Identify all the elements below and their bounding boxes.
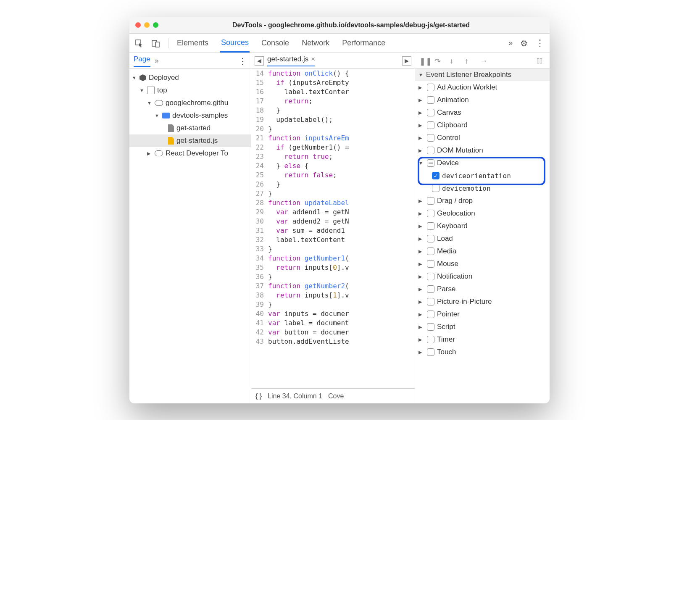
tab-performance[interactable]: Performance	[341, 34, 386, 52]
checkbox[interactable]	[427, 247, 434, 255]
breakpoint-category[interactable]: ▶Animation	[415, 94, 550, 106]
gutter-line[interactable]: 33	[251, 245, 268, 254]
gutter-line[interactable]: 23	[251, 152, 268, 161]
gutter-line[interactable]: 34	[251, 254, 268, 263]
step-icon[interactable]: →	[480, 57, 488, 65]
gutter-line[interactable]: 42	[251, 328, 268, 337]
format-icon[interactable]: { }	[255, 392, 262, 400]
deactivate-breakpoints-icon[interactable]: ✎⃥	[537, 57, 545, 65]
checkbox[interactable]	[427, 147, 434, 154]
checkbox[interactable]	[427, 134, 434, 142]
inspect-icon[interactable]	[134, 39, 144, 48]
checkbox[interactable]	[427, 159, 434, 167]
breakpoint-category[interactable]: ▶Timer	[415, 333, 550, 346]
checkbox[interactable]	[427, 210, 434, 217]
gutter-line[interactable]: 21	[251, 134, 268, 143]
settings-icon[interactable]: ⚙	[520, 38, 528, 48]
gutter-line[interactable]: 40	[251, 309, 268, 319]
maximize-window[interactable]	[153, 22, 158, 28]
breakpoint-category[interactable]: ▼Device	[415, 157, 550, 169]
checkbox[interactable]	[427, 109, 434, 116]
tree-file-js[interactable]: get-started.js	[129, 134, 251, 147]
checkbox[interactable]	[427, 323, 434, 331]
gutter-line[interactable]: 17	[251, 97, 268, 106]
tree-top[interactable]: ▼top	[129, 84, 251, 97]
step-over-icon[interactable]: ↷	[434, 57, 443, 65]
code-area[interactable]: 14function onClick() {15 if (inputsAreEm…	[251, 69, 415, 388]
tab-console[interactable]: Console	[261, 34, 290, 52]
gutter-line[interactable]: 22	[251, 143, 268, 152]
nav-back-icon[interactable]: ◀	[255, 56, 264, 66]
gutter-line[interactable]: 30	[251, 217, 268, 226]
breakpoint-category[interactable]: ▶Parse	[415, 283, 550, 295]
tree-origin[interactable]: ▼googlechrome.githu	[129, 97, 251, 109]
checkbox[interactable]	[427, 121, 434, 129]
gutter-line[interactable]: 36	[251, 272, 268, 282]
gutter-line[interactable]: 20	[251, 124, 268, 134]
gutter-line[interactable]: 25	[251, 171, 268, 180]
gutter-line[interactable]: 38	[251, 291, 268, 300]
breakpoint-category[interactable]: ▶Drag / drop	[415, 195, 550, 207]
breakpoints-section-header[interactable]: ▼ Event Listener Breakpoints	[415, 69, 550, 81]
checkbox[interactable]	[432, 184, 440, 192]
breakpoint-category[interactable]: ▶Mouse	[415, 258, 550, 270]
minimize-window[interactable]	[144, 22, 150, 28]
file-tab[interactable]: get-started.js ×	[267, 55, 315, 66]
checkbox[interactable]	[427, 260, 434, 268]
sidebar-tab-page[interactable]: Page	[134, 55, 150, 67]
breakpoint-category[interactable]: ▶DOM Mutation	[415, 144, 550, 157]
breakpoint-category[interactable]: ▶Touch	[415, 346, 550, 358]
breakpoint-category[interactable]: ▶Control	[415, 132, 550, 144]
tree-deployed[interactable]: ▼Deployed	[129, 71, 251, 84]
checkbox[interactable]	[427, 311, 434, 318]
gutter-line[interactable]: 16	[251, 87, 268, 97]
breakpoint-category[interactable]: ▶Pointer	[415, 308, 550, 321]
gutter-line[interactable]: 29	[251, 208, 268, 217]
tree-folder[interactable]: ▼devtools-samples	[129, 109, 251, 122]
checkbox[interactable]	[427, 348, 434, 356]
gutter-line[interactable]: 41	[251, 319, 268, 328]
gutter-line[interactable]: 35	[251, 263, 268, 272]
step-out-icon[interactable]: ↑	[465, 57, 473, 65]
checkbox[interactable]	[427, 285, 434, 293]
checkbox[interactable]: ✓	[432, 172, 440, 179]
breakpoint-category[interactable]: ▶Media	[415, 245, 550, 258]
nav-fwd-icon[interactable]: ▶	[402, 56, 411, 66]
gutter-line[interactable]: 15	[251, 78, 268, 87]
gutter-line[interactable]: 32	[251, 235, 268, 245]
checkbox[interactable]	[427, 273, 434, 280]
breakpoint-category[interactable]: ▶Notification	[415, 270, 550, 283]
step-into-icon[interactable]: ↓	[450, 57, 458, 65]
gutter-line[interactable]: 43	[251, 337, 268, 346]
kebab-menu-icon[interactable]: ⋮	[535, 38, 545, 49]
gutter-line[interactable]: 37	[251, 282, 268, 291]
breakpoint-category[interactable]: ▶Script	[415, 321, 550, 333]
breakpoint-event[interactable]: devicemotion	[415, 182, 550, 195]
breakpoint-category[interactable]: ▶Geolocation	[415, 207, 550, 220]
gutter-line[interactable]: 19	[251, 115, 268, 124]
tab-network[interactable]: Network	[301, 34, 330, 52]
checkbox[interactable]	[427, 197, 434, 205]
close-tab-icon[interactable]: ×	[311, 55, 315, 63]
more-tabs-icon[interactable]: »	[508, 39, 513, 47]
checkbox[interactable]	[427, 84, 434, 91]
checkbox[interactable]	[427, 235, 434, 242]
device-toggle-icon[interactable]	[151, 39, 161, 48]
breakpoint-category[interactable]: ▶Load	[415, 232, 550, 245]
checkbox[interactable]	[427, 298, 434, 305]
gutter-line[interactable]: 31	[251, 226, 268, 235]
gutter-line[interactable]: 28	[251, 198, 268, 208]
breakpoint-category[interactable]: ▶Keyboard	[415, 220, 550, 232]
sidebar-more-icon[interactable]: »	[155, 56, 159, 65]
tree-extension[interactable]: ▶React Developer To	[129, 147, 251, 160]
breakpoint-category[interactable]: ▶Picture-in-Picture	[415, 295, 550, 308]
gutter-line[interactable]: 39	[251, 300, 268, 309]
checkbox[interactable]	[427, 222, 434, 230]
breakpoint-event[interactable]: ✓deviceorientation	[415, 169, 550, 182]
breakpoint-category[interactable]: ▶Clipboard	[415, 119, 550, 132]
close-window[interactable]	[135, 22, 141, 28]
pause-icon[interactable]: ❚❚	[419, 57, 428, 65]
gutter-line[interactable]: 24	[251, 161, 268, 171]
tree-file-html[interactable]: get-started	[129, 122, 251, 134]
gutter-line[interactable]: 26	[251, 180, 268, 189]
